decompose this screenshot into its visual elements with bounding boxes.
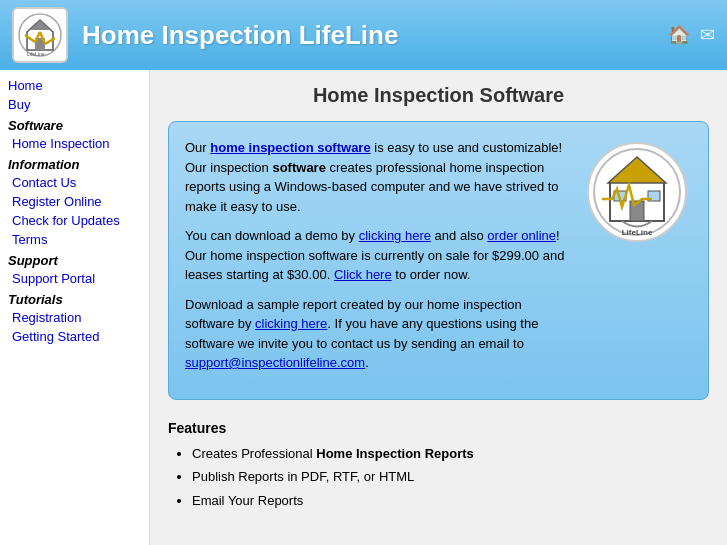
logo-box: LifeLine [582,138,692,383]
sidebar: Home Buy Software Home Inspection Inform… [0,70,150,545]
para3-suffix: . [365,355,369,370]
sidebar-item-check-updates[interactable]: Check for Updates [8,211,141,230]
content-text: Our home inspection software is easy to … [185,138,568,383]
clicking-here-link1[interactable]: clicking here [359,228,431,243]
lifeline-circle-logo: LifeLine [592,147,682,237]
home-inspection-software-link1[interactable]: home inspection software [210,140,370,155]
feature-item-1: Creates Professional Home Inspection Rep… [192,444,709,464]
click-here-link2[interactable]: Click here [334,267,392,282]
para3: Download a sample report created by our … [185,295,568,373]
order-online-link[interactable]: order online [487,228,556,243]
sidebar-category-software: Software [8,118,141,133]
sidebar-item-register[interactable]: Register Online [8,192,141,211]
sidebar-item-terms[interactable]: Terms [8,230,141,249]
para2-suffix2: to order now. [392,267,471,282]
svg-text:LifeLine: LifeLine [622,228,653,237]
content-box: Our home inspection software is easy to … [168,121,709,400]
header-icons: 🏠 ✉ [668,24,715,46]
header-logo: LifeLine [12,7,68,63]
sidebar-item-support-portal[interactable]: Support Portal [8,269,141,288]
para1: Our home inspection software is easy to … [185,138,568,216]
para2-mid: and also [431,228,487,243]
feature-2-text: Publish Reports in PDF, RTF, or HTML [192,469,414,484]
email-header-icon[interactable]: ✉ [700,24,715,46]
page-title: Home Inspection Software [168,84,709,107]
features-title: Features [168,420,709,436]
para2: You can download a demo by clicking here… [185,226,568,285]
clicking-here-link3[interactable]: clicking here [255,316,327,331]
main-content: Home Inspection Software Our home inspec… [150,70,727,545]
feature-1-bold: Home Inspection Reports [316,446,473,461]
sidebar-item-getting-started[interactable]: Getting Started [8,327,141,346]
home-header-icon[interactable]: 🏠 [668,24,690,46]
sidebar-item-contact[interactable]: Contact Us [8,173,141,192]
para2-prefix: You can download a demo by [185,228,359,243]
header-title: Home Inspection LifeLine [82,20,668,51]
support-email-link[interactable]: support@inspectionlifeline.com [185,355,365,370]
feature-item-3: Email Your Reports [192,491,709,511]
feature-1-prefix: Creates Professional [192,446,316,461]
layout: Home Buy Software Home Inspection Inform… [0,70,727,545]
sidebar-item-registration[interactable]: Registration [8,308,141,327]
sidebar-category-tutorials: Tutorials [8,292,141,307]
header: LifeLine Home Inspection LifeLine 🏠 ✉ [0,0,727,70]
sidebar-item-home-inspection[interactable]: Home Inspection [8,134,141,153]
para1-prefix: Our [185,140,210,155]
sidebar-category-information: Information [8,157,141,172]
features-section: Features Creates Professional Home Inspe… [168,416,709,519]
feature-3-text: Email Your Reports [192,493,303,508]
logo-circle: LifeLine [587,142,687,242]
para1-bold: software [272,160,325,175]
sidebar-category-support: Support [8,253,141,268]
sidebar-item-home[interactable]: Home [8,76,141,95]
feature-item-2: Publish Reports in PDF, RTF, or HTML [192,467,709,487]
sidebar-item-buy[interactable]: Buy [8,95,141,114]
features-list: Creates Professional Home Inspection Rep… [192,444,709,511]
svg-text:LifeLine: LifeLine [27,51,45,57]
lifeline-logo-icon: LifeLine [17,12,63,58]
